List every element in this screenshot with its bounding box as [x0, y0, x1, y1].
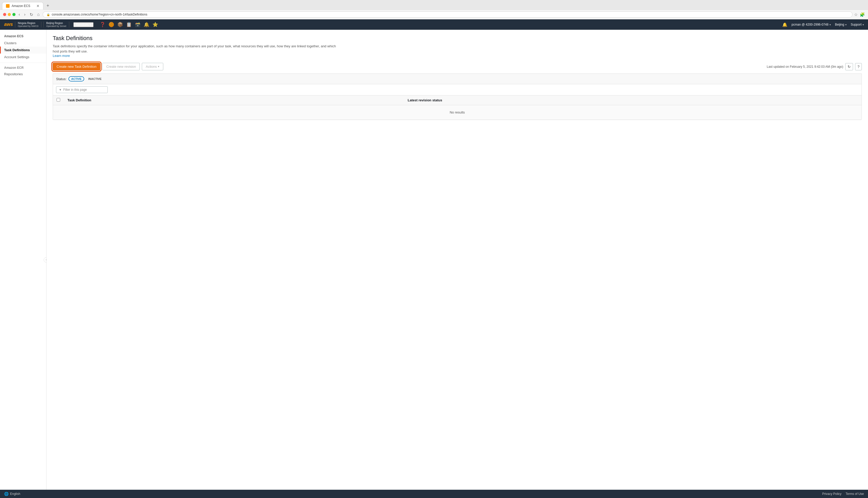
- aws-header-right: 🔔 pcman @ 4200-2996-0748 Beijing Support: [782, 22, 864, 27]
- table-header-checkbox: [53, 95, 64, 105]
- filter-row: ▼ Filter in this page: [53, 84, 862, 95]
- browser-controls: ‹ › ↻ ⌂ 🔒 console.amazonaws.cn/ecs/home?…: [0, 10, 868, 19]
- language-label[interactable]: English: [10, 492, 20, 496]
- sidebar-item-account-settings[interactable]: Account Settings: [0, 53, 46, 61]
- reload-button[interactable]: ↻: [28, 12, 35, 17]
- home-button[interactable]: ⌂: [36, 12, 41, 17]
- tab-bar: Amazon ECS ✕ +: [0, 0, 868, 10]
- beijing-region-label: Beijing Region: [46, 22, 66, 25]
- create-revision-button[interactable]: Create new revision: [102, 63, 140, 70]
- create-task-definition-button[interactable]: Create new Task Definition: [53, 63, 100, 70]
- sidebar-toggle[interactable]: ‹: [44, 257, 46, 262]
- sidebar-item-task-definitions[interactable]: Task Definitions: [0, 47, 46, 53]
- task-definitions-table: Task Definition Latest revision status N…: [53, 95, 862, 120]
- package-icon[interactable]: 📦: [117, 22, 123, 27]
- storage-icon[interactable]: 🗃️: [135, 22, 140, 27]
- refresh-button[interactable]: ↻: [845, 63, 853, 70]
- no-results-row: No results: [53, 105, 862, 120]
- browser-chrome: Amazon ECS ✕ + ‹ › ↻ ⌂ 🔒 console.amazona…: [0, 0, 868, 19]
- status-active-badge[interactable]: ACTIVE: [68, 76, 84, 81]
- globe-icon: 🌐: [4, 492, 9, 496]
- sidebar-section2-title: Amazon ECR: [0, 65, 46, 70]
- back-button[interactable]: ‹: [17, 12, 22, 17]
- bell-icon[interactable]: 🔔: [144, 22, 149, 27]
- toolbar: Create new Task Definition Create new re…: [53, 63, 862, 70]
- location-menu[interactable]: Beijing: [835, 23, 846, 26]
- beijing-operated: Operated by Sinnet: [46, 25, 66, 28]
- services-button[interactable]: Services: [73, 22, 94, 27]
- sidebar-divider: [0, 63, 46, 63]
- col-revision-status-header: Latest revision status: [404, 95, 862, 105]
- sidebar-item-task-definitions-label: Task Definitions: [4, 48, 30, 52]
- aws-quick-access-icons: ❓ 🟠 📦 📋 🗃️ 🔔 ⭐: [100, 22, 158, 27]
- aws-beijing-region-info: Beijing Region Operated by Sinnet: [43, 22, 69, 28]
- tab-close-button[interactable]: ✕: [37, 4, 40, 8]
- status-filter: Status: ACTIVE INACTIVE: [53, 74, 862, 84]
- toolbar-right: Last updated on February 5, 2021 9:42:03…: [767, 63, 862, 70]
- aws-logo-mark: aws: [4, 22, 13, 27]
- account-menu[interactable]: pcman @ 4200-2996-0748: [791, 23, 831, 26]
- learn-more-link[interactable]: Learn more: [53, 54, 70, 58]
- star-icon[interactable]: ⭐: [152, 22, 158, 27]
- footer-left: 🌐 English: [4, 492, 20, 496]
- notification-bell-icon[interactable]: 🔔: [782, 22, 787, 27]
- sidebar-item-repositories-label: Repositories: [4, 72, 23, 76]
- extensions-icon[interactable]: 🧩: [860, 12, 865, 17]
- select-all-checkbox[interactable]: [57, 98, 60, 102]
- status-inactive-badge[interactable]: INACTIVE: [86, 77, 104, 81]
- active-tab[interactable]: Amazon ECS ✕: [2, 2, 43, 10]
- aws-region-info: Ningxia Region Operated by NWCD: [15, 22, 41, 28]
- nav-buttons: ‹ › ↻ ⌂: [17, 12, 41, 17]
- forward-button[interactable]: ›: [23, 12, 27, 17]
- content-area: Task Definitions Task definitions specif…: [46, 30, 868, 490]
- browser-toolbar-icons: ☆ 🧩: [854, 12, 865, 17]
- question-icon[interactable]: ❓: [100, 22, 105, 27]
- new-tab-button[interactable]: +: [44, 2, 51, 10]
- ningxia-region-label: Ningxia Region: [18, 22, 39, 25]
- last-updated-text: Last updated on February 5, 2021 9:42:03…: [767, 65, 843, 68]
- col-task-definition-header: Task Definition: [64, 95, 404, 105]
- traffic-lights: [3, 13, 15, 16]
- address-text: console.amazonaws.cn/ecs/home?region=cn-…: [52, 13, 849, 16]
- aws-header: aws Ningxia Region Operated by NWCD Beij…: [0, 19, 868, 30]
- close-traffic-light[interactable]: [3, 13, 6, 16]
- sidebar-item-clusters[interactable]: Clusters: [0, 40, 46, 47]
- no-results-cell: No results: [53, 105, 862, 120]
- table-container: ▼ Filter in this page Task Definition La…: [53, 84, 862, 120]
- privacy-policy-link[interactable]: Privacy Policy: [822, 492, 842, 496]
- minimize-traffic-light[interactable]: [8, 13, 11, 16]
- clipboard-icon[interactable]: 📋: [126, 22, 132, 27]
- tab-favicon: [6, 4, 10, 8]
- ningxia-operated: Operated by NWCD: [18, 25, 39, 28]
- page-title: Task Definitions: [53, 35, 862, 42]
- address-bar[interactable]: 🔒 console.amazonaws.cn/ecs/home?region=c…: [43, 11, 853, 17]
- actions-button[interactable]: Actions: [142, 63, 163, 70]
- filter-placeholder-text: Filter in this page: [63, 88, 87, 92]
- sidebar-item-clusters-label: Clusters: [4, 41, 16, 45]
- page-description: Task definitions specify the container i…: [53, 44, 337, 54]
- filter-input-wrapper[interactable]: ▼ Filter in this page: [56, 86, 108, 93]
- sidebar-item-account-settings-label: Account Settings: [4, 55, 29, 59]
- sidebar-section-title: Amazon ECS: [0, 33, 46, 40]
- main-layout: ‹ Amazon ECS Clusters Task Definitions A…: [0, 30, 868, 490]
- footer: 🌐 English Privacy Policy Terms of Use: [0, 490, 868, 498]
- lock-icon: 🔒: [46, 13, 50, 16]
- aws-logo: aws Ningxia Region Operated by NWCD Beij…: [4, 22, 69, 28]
- help-button[interactable]: ?: [855, 63, 862, 70]
- tab-title: Amazon ECS: [12, 4, 30, 8]
- star-icon[interactable]: ☆: [854, 12, 858, 17]
- status-label: Status:: [56, 77, 66, 81]
- filter-icon: ▼: [59, 88, 62, 91]
- footer-right: Privacy Policy Terms of Use: [822, 492, 864, 496]
- support-menu[interactable]: Support: [851, 23, 864, 26]
- terms-of-use-link[interactable]: Terms of Use: [845, 492, 864, 496]
- sidebar: ‹ Amazon ECS Clusters Task Definitions A…: [0, 30, 46, 490]
- maximize-traffic-light[interactable]: [12, 13, 15, 16]
- orange-box-icon[interactable]: 🟠: [109, 22, 114, 27]
- sidebar-item-repositories[interactable]: Repositories: [0, 70, 46, 78]
- table-header-row: Task Definition Latest revision status: [53, 95, 862, 105]
